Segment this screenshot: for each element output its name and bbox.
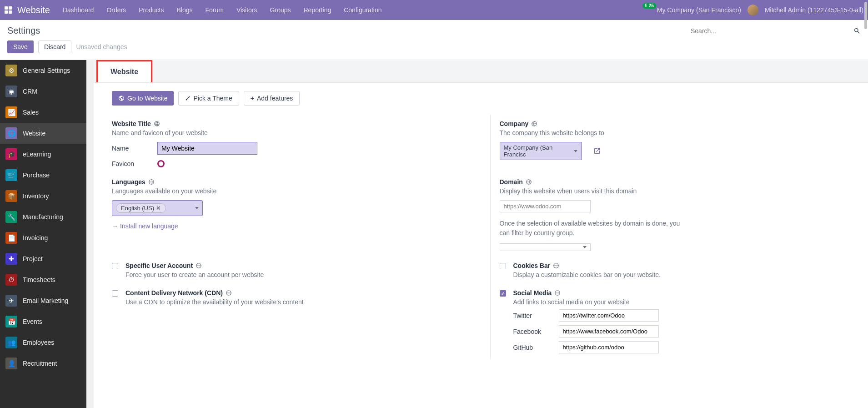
website-title-heading: Website Title <box>112 120 151 127</box>
sidebar-item-sales[interactable]: 📈Sales <box>0 102 86 123</box>
nav-reporting[interactable]: Reporting <box>304 6 331 14</box>
search-box <box>691 27 861 35</box>
nav-dashboard[interactable]: Dashboard <box>63 6 94 14</box>
sidebar-label: Sales <box>23 109 39 116</box>
nav-products[interactable]: Products <box>139 6 164 14</box>
facebook-label: Facebook <box>513 328 550 335</box>
website-name-input[interactable] <box>157 142 257 155</box>
domain-sub: Display this website when users visit th… <box>500 187 850 195</box>
nav-forum[interactable]: Forum <box>205 6 223 14</box>
caret-down-icon <box>195 207 199 209</box>
sidebar-item-timesheets[interactable]: ⏱Timesheets <box>0 269 86 290</box>
cookies-sub: Display a customizable cookies bar on yo… <box>513 271 850 278</box>
sidebar-item-project[interactable]: ✚Project <box>0 248 86 269</box>
domain-heading: Domain <box>500 178 523 186</box>
cookies-checkbox[interactable] <box>500 263 506 269</box>
body-wrap: ⚙General Settings◉CRM📈Sales🌐Website🎓eLea… <box>0 60 868 408</box>
sidebar-icon: 📄 <box>5 232 17 244</box>
sidebar-icon: 🌐 <box>5 127 17 139</box>
sidebar-item-general-settings[interactable]: ⚙General Settings <box>0 60 86 81</box>
favicon-image[interactable] <box>157 160 165 167</box>
sidebar-item-invoicing[interactable]: 📄Invoicing <box>0 227 86 248</box>
sidebar-item-employees[interactable]: 👥Employees <box>0 332 86 353</box>
social-block: Social Media Add links to social media o… <box>490 284 850 359</box>
sidebar-item-website[interactable]: 🌐Website <box>0 123 86 144</box>
sidebar-icon: 👤 <box>5 358 17 369</box>
globe-icon <box>554 290 561 296</box>
language-tag[interactable]: English (US) ✕ <box>116 203 166 213</box>
sidebar-scrollbar[interactable] <box>86 60 94 408</box>
search-input[interactable] <box>691 27 850 35</box>
social-sub: Add links to social media on your websit… <box>513 298 850 306</box>
search-icon[interactable] <box>853 27 861 35</box>
sidebar-icon: ✚ <box>5 253 17 265</box>
sidebar-label: Inventory <box>23 192 49 200</box>
cdn-block: Content Delivery Network (CDN) Use a CDN… <box>112 284 472 359</box>
company-heading: Company <box>500 120 529 127</box>
sidebar-item-purchase[interactable]: 🛒Purchase <box>0 165 86 186</box>
website-title-block: Website Title Name and favicon of your w… <box>112 115 472 173</box>
languages-sub: Languages available on your website <box>112 187 472 195</box>
sidebar-label: Employees <box>23 339 54 346</box>
sidebar-label: Events <box>23 318 42 325</box>
top-right: 5 25 My Company (San Francisco) Mitchell… <box>638 5 863 15</box>
pick-theme-button[interactable]: Pick a Theme <box>178 91 239 106</box>
external-link-icon[interactable] <box>593 147 601 155</box>
sidebar-item-inventory[interactable]: 📦Inventory <box>0 186 86 207</box>
sidebar-item-crm[interactable]: ◉CRM <box>0 81 86 102</box>
globe-icon <box>526 179 532 185</box>
globe-icon <box>553 262 559 269</box>
github-label: GitHub <box>513 344 550 351</box>
sidebar: ⚙General Settings◉CRM📈Sales🌐Website🎓eLea… <box>0 60 86 408</box>
sidebar-item-events[interactable]: 📅Events <box>0 311 86 332</box>
apps-icon[interactable] <box>5 6 12 14</box>
sidebar-item-manufacturing[interactable]: 🔧Manufacturing <box>0 207 86 227</box>
specific-user-checkbox[interactable] <box>112 263 118 269</box>
social-checkbox[interactable] <box>500 290 506 297</box>
discard-button[interactable]: Discard <box>38 40 71 53</box>
user-name[interactable]: Mitchell Admin (11227453-15-0-all) <box>765 6 863 14</box>
facebook-input[interactable] <box>559 325 659 337</box>
language-tags-select[interactable]: English (US) ✕ <box>112 200 203 216</box>
settings-grid: Website Title Name and favicon of your w… <box>94 110 868 363</box>
sidebar-item-recruitment[interactable]: 👤Recruitment <box>0 353 86 374</box>
brand[interactable]: Website <box>17 5 50 15</box>
languages-block: Languages Languages available on your we… <box>112 173 472 257</box>
nav-visitors[interactable]: Visitors <box>236 6 257 14</box>
company-select[interactable]: My Company (San Francisc <box>500 142 582 160</box>
sidebar-item-elearning[interactable]: 🎓eLearning <box>0 144 86 165</box>
domain-input[interactable] <box>500 200 591 212</box>
nav-blogs[interactable]: Blogs <box>176 6 192 14</box>
cdn-heading: Content Delivery Network (CDN) <box>125 289 223 297</box>
globe-icon <box>148 179 155 185</box>
button-row: Go to Website Pick a Theme +Add features <box>94 83 868 110</box>
specific-user-sub: Force your user to create an account per… <box>125 271 472 278</box>
github-input[interactable] <box>559 341 659 353</box>
nav-groups[interactable]: Groups <box>270 6 291 14</box>
name-label: Name <box>112 145 148 152</box>
sidebar-label: General Settings <box>23 67 70 74</box>
save-button[interactable]: Save <box>7 40 34 53</box>
sidebar-item-email-marketing[interactable]: ✈Email Marketing <box>0 290 86 311</box>
twitter-input[interactable] <box>559 309 659 322</box>
website-title-sub: Name and favicon of your website <box>112 129 472 136</box>
globe-icon <box>154 121 160 127</box>
install-language-link[interactable]: →Install new language <box>112 222 178 230</box>
avatar[interactable] <box>748 5 758 15</box>
company-selector[interactable]: My Company (San Francisco) <box>657 6 741 14</box>
sidebar-label: Project <box>23 255 43 262</box>
remove-tag-icon[interactable]: ✕ <box>156 205 161 212</box>
page-title: Settings <box>7 25 40 36</box>
sidebar-icon: 🛒 <box>5 169 17 181</box>
goto-website-button[interactable]: Go to Website <box>112 91 174 106</box>
sidebar-label: Timesheets <box>23 276 55 283</box>
company-block: Company The company this website belongs… <box>490 115 850 173</box>
country-group-select[interactable] <box>500 243 591 251</box>
nav-configuration[interactable]: Configuration <box>344 6 381 14</box>
domain-note: Once the selection of available websites… <box>500 219 682 238</box>
nav-orders[interactable]: Orders <box>106 6 126 14</box>
tab-website[interactable]: Website <box>96 60 152 82</box>
social-heading: Social Media <box>513 289 552 297</box>
cdn-checkbox[interactable] <box>112 290 118 297</box>
add-features-button[interactable]: +Add features <box>244 91 300 106</box>
